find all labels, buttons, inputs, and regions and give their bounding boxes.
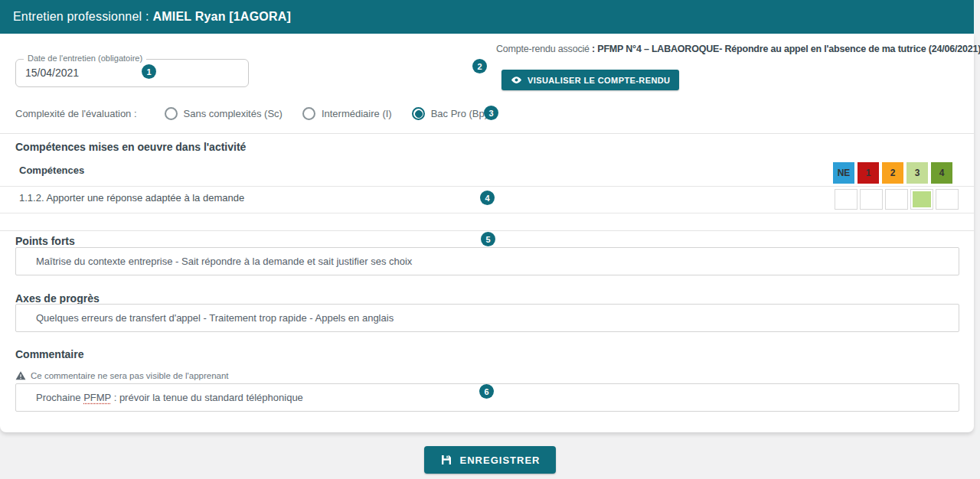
comment-warning-text: Ce commentaire ne sera pas visible de l'…: [31, 371, 229, 380]
scale-box-2: 2: [882, 162, 903, 184]
scale-box-4: 4: [931, 162, 952, 184]
score-cell-2[interactable]: [885, 189, 908, 210]
rating-scale-header: NE 1 2 3 4: [833, 162, 952, 184]
evaluation-form: Date de l'entretien (obligatoire) 15/04/…: [0, 34, 974, 432]
section-divider: [0, 133, 974, 134]
progress-title: Axes de progrès: [15, 292, 100, 305]
save-button-label: ENREGISTRER: [460, 455, 541, 466]
interview-date-label: Date de l'entretien (obligatoire): [24, 54, 146, 63]
competencies-section-title: Compétences mises en oeuvre dans l'activ…: [15, 141, 246, 153]
competency-score-cells: [835, 189, 959, 210]
competencies-column-header: Compétences: [19, 165, 84, 176]
radio-label: Intermédiaire (I): [322, 108, 392, 119]
complexity-label: Complexité de l'évaluation :: [15, 108, 137, 119]
page-title: Entretien professionnel :: [13, 10, 149, 24]
score-cell-4[interactable]: [936, 189, 959, 210]
scale-box-ne: NE: [833, 162, 854, 184]
radio-option-sans-complexites[interactable]: Sans complexités (Sc): [165, 107, 283, 120]
radio-icon[interactable]: [165, 107, 178, 120]
interview-date-value[interactable]: 15/04/2021: [16, 60, 248, 86]
comment-warning: Ce commentaire ne sera pas visible de l'…: [15, 370, 229, 381]
associated-report-value: : PFMP N°4 – LABAOROQUE- Répondre au app…: [592, 44, 980, 54]
annotation-badge-5: 5: [481, 232, 495, 246]
comment-text: Prochaine: [36, 392, 83, 403]
associated-report-label: Compte-rendu associé: [496, 44, 590, 54]
radio-label: Bac Pro (Bp): [431, 108, 488, 119]
scale-box-3: 3: [906, 162, 928, 184]
annotation-badge-4: 4: [480, 191, 495, 205]
interview-date-field[interactable]: Date de l'entretien (obligatoire) 15/04/…: [15, 59, 249, 87]
score-cell-ne[interactable]: [835, 189, 858, 210]
radio-option-intermediaire[interactable]: Intermédiaire (I): [302, 107, 392, 120]
radio-icon-selected[interactable]: [412, 107, 425, 120]
comment-title: Commentaire: [15, 348, 83, 360]
app-header: Entretien professionnel : AMIEL Ryan [1A…: [0, 0, 974, 34]
competency-label: 1.1.2. Apporter une réponse adaptée à la…: [19, 192, 244, 204]
section-divider: [0, 230, 974, 231]
radio-label: Sans complexités (Sc): [184, 108, 283, 119]
annotation-badge-6: 6: [479, 384, 494, 399]
warning-icon: [15, 370, 26, 381]
annotation-badge-1: 1: [142, 64, 156, 79]
strengths-input[interactable]: Maîtrise du contexte entreprise - Sait r…: [15, 247, 959, 275]
annotation-badge-3: 3: [484, 106, 498, 120]
footer: ENREGISTRER: [0, 432, 980, 479]
student-name: AMIEL Ryan [1AGORA]: [153, 10, 291, 24]
associated-report-line: Compte-rendu associé : PFMP N°4 – LABAOR…: [496, 44, 956, 54]
progress-input[interactable]: Quelques erreurs de transfert d'appel - …: [15, 304, 959, 332]
scale-box-1: 1: [858, 162, 879, 184]
radio-option-bac-pro[interactable]: Bac Pro (Bp): [412, 107, 488, 120]
view-report-button[interactable]: VISUALISER LE COMPTE-RENDU: [501, 70, 679, 90]
radio-icon[interactable]: [302, 107, 315, 120]
comment-text-spellcheck: PFMP: [83, 392, 111, 403]
complexity-radio-group: Complexité de l'évaluation : Sans comple…: [15, 103, 508, 123]
save-icon: [440, 454, 452, 466]
comment-text: : prévoir la tenue du standard téléphoni…: [111, 392, 303, 403]
strengths-title: Points forts: [15, 235, 75, 247]
score-cell-1[interactable]: [860, 189, 883, 210]
annotation-badge-2: 2: [472, 59, 487, 73]
view-report-label: VISUALISER LE COMPTE-RENDU: [528, 76, 670, 85]
score-cell-3-selected[interactable]: [910, 189, 933, 210]
eye-icon: [511, 74, 522, 86]
save-button[interactable]: ENREGISTRER: [424, 446, 557, 474]
